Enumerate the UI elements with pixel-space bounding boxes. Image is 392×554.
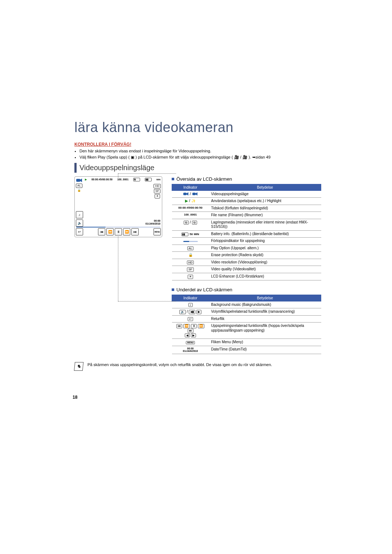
volume-icon: 🔈 — [179, 310, 186, 314]
progress-indicator-icon — [183, 241, 198, 242]
connector-line — [118, 301, 176, 301]
table-row: / Videouppspelningsläge — [172, 190, 321, 198]
play-option-icon: AL — [76, 184, 82, 188]
video-mode-hd-icon — [183, 192, 189, 196]
highlight-icon: ✨ — [191, 199, 196, 203]
table-row: ⧉ / ⧉Lagringsmedia (minneskort eller int… — [172, 219, 321, 230]
menu-icon: MENU — [186, 341, 195, 344]
lower-indicator-table: Indikator Betydelse ♪Background music (B… — [172, 295, 321, 354]
pause-icon: ⏸ — [191, 324, 197, 328]
pause-button[interactable]: ⏸ — [115, 228, 122, 235]
precheck-list: Den här skärmmenyn visas endast i inspel… — [74, 148, 321, 160]
heading-accent-bar — [74, 163, 77, 173]
mode-heading: Videouppspelningsläge — [79, 163, 154, 173]
note-icon: ✎ — [74, 362, 84, 371]
connector-line — [118, 173, 118, 178]
table-row: ☀LCD Enhancer (LCD-förstärkare) — [172, 273, 321, 280]
hd-icon: HD — [187, 260, 194, 265]
return-button[interactable]: ↩ — [76, 228, 83, 235]
music-icon: ♪ — [188, 303, 193, 307]
video-mode-sd-icon — [192, 192, 198, 196]
hd-icon: HD — [154, 184, 161, 188]
lcd-filename: 100_0001 — [117, 178, 128, 181]
table-row: 🔈 / ◀▮ ▶Volymflik/spelrelaterad funktion… — [172, 308, 321, 316]
return-icon: ↩ — [188, 317, 193, 321]
table-header-indicator: Indikator — [172, 184, 209, 190]
playback-progress[interactable] — [76, 227, 160, 227]
lock-icon: 🔒 — [188, 253, 193, 257]
search-fwd-icon: ⏩ — [198, 324, 204, 328]
svg-marker-3 — [187, 192, 188, 196]
svg-rect-4 — [192, 193, 196, 195]
skip-prev-button[interactable]: ⏮ — [98, 228, 105, 235]
lcd-time: 00:00 — [146, 219, 160, 222]
lcd-enhancer-icon: ☀ — [188, 275, 193, 279]
precheck-heading: KONTROLLERA I FÖRVÄG! — [74, 142, 321, 147]
lcd-date: 01/JAN/2010 — [146, 222, 160, 225]
connector-line — [118, 237, 118, 301]
lock-icon: 🔒 — [77, 189, 81, 192]
slow-fwd-icon: ▶ — [191, 333, 196, 338]
table-row: ▮▮ 50 MINBattery info. (Batteriinfo.) (å… — [172, 230, 321, 238]
lcd-screen-mockup: AL 🔒 ▶ 00:00:45/00:00:50 100_0001 ⧉ ▮▮ M… — [74, 176, 162, 237]
menu-button[interactable]: MENU — [154, 228, 161, 235]
svg-rect-2 — [183, 193, 187, 195]
table-row: 00:00:45/00:00:50Tidskod (förfluten tid/… — [172, 205, 321, 212]
skip-next-icon: ⏭ — [188, 329, 193, 333]
music-button[interactable]: ♪ — [76, 211, 83, 218]
table-row: 100_0001File name (Filnamn) (filnummer) — [172, 212, 321, 219]
svg-marker-5 — [196, 192, 197, 196]
lcd-min-label: MIN — [156, 178, 160, 181]
search-fwd-button[interactable]: ⏩ — [123, 228, 130, 235]
frame-fwd-icon: ▶ — [196, 310, 201, 314]
skip-prev-icon: ⏮ — [176, 324, 182, 328]
table-row: ↩Returflik — [172, 315, 321, 323]
battery-icon: ▮▮ — [181, 233, 188, 236]
table-row: Förloppsindikator för uppspelning — [172, 238, 321, 245]
note-text: På skärmen visas uppspelningskontroll, v… — [87, 362, 321, 368]
page-title: lära känna videokameran — [74, 120, 321, 135]
search-rev-button[interactable]: ⏪ — [106, 228, 114, 235]
search-rev-icon: ⏪ — [183, 324, 190, 328]
precheck-item: Den här skärmmenyn visas endast i inspel… — [79, 148, 321, 154]
table-row: ♪Background music (Bakgrundsmusik) — [172, 301, 321, 308]
table-row: HDVideo resolution (Videoupplösning) — [172, 259, 321, 266]
table-row: 🔒Erase protection (Radera skydd) — [172, 252, 321, 259]
internal-mem-icon: ⧉ — [192, 221, 197, 225]
table-header-meaning: Betydelse — [209, 295, 321, 301]
quality-icon: SF — [154, 189, 160, 193]
lcd-timecode: 00:00:45/00:00:50 — [91, 178, 113, 181]
volume-button[interactable]: 🔈 — [76, 219, 83, 227]
bullet-icon — [172, 178, 174, 180]
table-header-indicator: Indikator — [172, 295, 209, 301]
table-row: 00:0001/JAN/2010Date/Time (DatumTid) — [172, 346, 321, 354]
table-row: ▶ / ✨Användarstatus (spela/paus etc.) / … — [172, 198, 321, 205]
svg-marker-1 — [80, 178, 82, 182]
play-option-all-icon: AL — [187, 246, 194, 251]
page-number: 18 — [73, 395, 77, 400]
frame-rev-icon: ◀▮ — [189, 310, 195, 314]
table-row: MENUFliken Menu (Meny) — [172, 339, 321, 346]
table-row: SFVideo quality (Videokvalitet) — [172, 266, 321, 273]
bullet-icon — [172, 288, 174, 291]
quality-icon: SF — [187, 267, 193, 272]
connector-line — [118, 173, 176, 174]
table-row: ⏮ ⏪ ⏸ ⏩ ⏭ ◀ ▶ Uppspelningsrelaterad funk… — [172, 323, 321, 339]
slow-rev-icon: ◀ — [185, 333, 190, 338]
battery-icon: ▮▮ — [145, 178, 152, 181]
svg-rect-0 — [76, 179, 80, 182]
play-status-icon: ▶ — [85, 178, 87, 181]
card-icon: ⧉ — [184, 221, 189, 225]
upper-indicator-table: Indikator Betydelse / Videouppspelningsl… — [172, 184, 321, 280]
precheck-item: Välj fliken Play (Spela upp) ( ▣ ) på LC… — [79, 155, 321, 160]
upper-section-heading: Översida av LCD-skärmen — [172, 176, 321, 182]
lower-section-heading: Underdel av LCD-skärmen — [172, 287, 321, 292]
storage-icon: ⧉ — [133, 178, 140, 181]
lcd-enhancer-icon: ☀ — [155, 194, 160, 198]
table-row: ALPlay Option (Uppspel. altern.) — [172, 245, 321, 252]
table-header-meaning: Betydelse — [209, 184, 321, 190]
video-mode-icon — [76, 178, 82, 183]
skip-next-button[interactable]: ⏭ — [131, 228, 139, 235]
